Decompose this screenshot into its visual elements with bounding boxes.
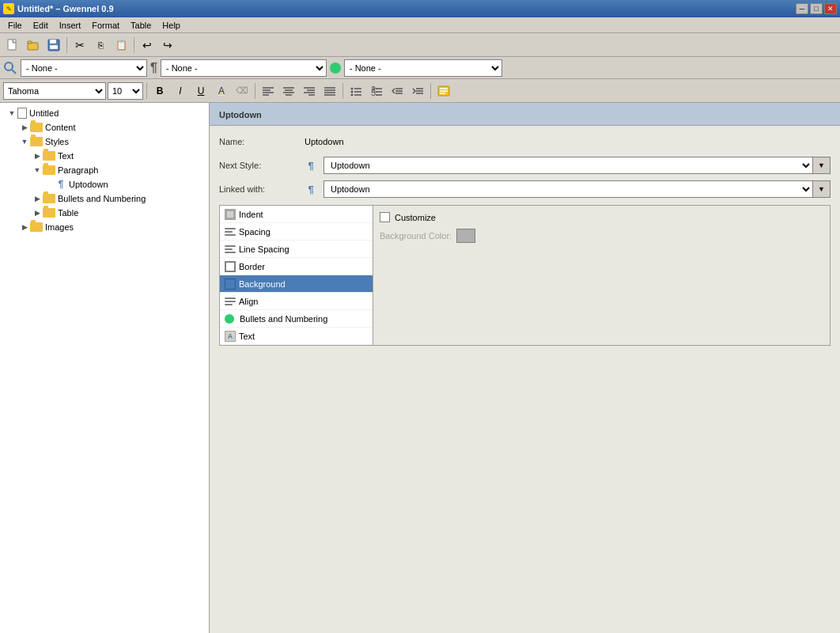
doc-icon-untitled xyxy=(17,108,27,119)
indent-symbol-icon xyxy=(225,210,235,219)
tree-item-uptodown[interactable]: ¶ Uptodown xyxy=(3,177,206,191)
svg-rect-46 xyxy=(226,210,234,218)
tree-item-text[interactable]: ▶ Text xyxy=(3,149,206,163)
spacing-line-1 xyxy=(225,228,236,229)
text-list-icon: A xyxy=(225,331,236,342)
props-item-text-label: Text xyxy=(239,332,255,341)
tree-label-bullets: Bullets and Numbering xyxy=(58,194,146,203)
tree-item-styles[interactable]: ▼ Styles xyxy=(3,135,206,149)
undo-button[interactable]: ↩ xyxy=(138,36,157,55)
props-item-spacing-label: Spacing xyxy=(239,227,271,237)
italic-button[interactable]: I xyxy=(171,82,190,100)
copy-button[interactable]: ⎘ xyxy=(91,36,110,55)
props-item-align[interactable]: Align xyxy=(220,293,373,310)
linked-with-row: Linked with: ¶ Uptodown ▼ xyxy=(219,180,831,199)
props-item-spacing[interactable]: Spacing xyxy=(220,223,373,241)
maximize-button[interactable]: □ xyxy=(810,3,823,14)
svg-rect-0 xyxy=(8,40,16,50)
props-item-bullets-numbering[interactable]: Bullets and Numbering xyxy=(220,310,373,328)
menu-help[interactable]: Help xyxy=(157,19,185,32)
indent-decrease-button[interactable] xyxy=(388,82,407,100)
tree-item-untitled[interactable]: ▼ Untitled xyxy=(3,106,206,120)
props-item-border[interactable]: Border xyxy=(220,258,373,275)
new-icon xyxy=(6,39,19,51)
format-toolbar: Tahoma 10 B I U A ⌫ xyxy=(0,79,840,103)
props-item-background[interactable]: Background xyxy=(220,275,373,293)
linked-with-select[interactable]: Uptodown xyxy=(324,180,813,198)
save-icon xyxy=(47,39,60,51)
expand-icon-paragraph: ▼ xyxy=(32,166,43,174)
style-dropdown-2[interactable]: - None - xyxy=(161,59,327,77)
extra-format-button[interactable] xyxy=(434,82,453,100)
tree-item-table[interactable]: ▶ Table xyxy=(3,206,206,220)
indent-increase-button[interactable] xyxy=(408,82,427,100)
folder-icon-table xyxy=(43,208,55,218)
open-button[interactable] xyxy=(24,36,43,55)
paste-button[interactable]: 📋 xyxy=(112,36,131,55)
props-item-indent[interactable]: Indent xyxy=(220,206,373,223)
cut-button[interactable]: ✂ xyxy=(70,36,89,55)
next-style-select[interactable]: Uptodown xyxy=(324,157,813,174)
para-mark-icon-1: ¶ xyxy=(150,61,157,75)
green-status-icon xyxy=(330,63,341,74)
content-area: Indent Spacing xyxy=(210,205,840,352)
justify-button[interactable] xyxy=(320,82,339,100)
linked-with-arrow[interactable]: ▼ xyxy=(813,180,831,198)
props-list: Indent Spacing xyxy=(219,205,373,346)
close-button[interactable]: ✕ xyxy=(824,3,837,14)
svg-point-6 xyxy=(5,63,13,70)
props-item-bullets-label: Bullets and Numbering xyxy=(240,314,327,324)
para-icon-uptodown: ¶ xyxy=(55,179,66,190)
menu-file[interactable]: File xyxy=(3,19,27,32)
tree-label-uptodown: Uptodown xyxy=(69,180,108,189)
list-ordered-button[interactable]: 1. 2. 3. xyxy=(367,82,386,100)
next-style-arrow[interactable]: ▼ xyxy=(813,157,831,174)
tree-item-content[interactable]: ▶ Content xyxy=(3,120,206,135)
folder-icon-bullets xyxy=(43,194,55,203)
main-toolbar: ✂ ⎘ 📋 ↩ ↪ xyxy=(0,33,840,57)
menu-table[interactable]: Table xyxy=(126,19,156,32)
menu-format[interactable]: Format xyxy=(87,19,124,32)
align-right-button[interactable] xyxy=(300,82,319,100)
align-center-icon xyxy=(283,86,294,96)
linked-with-label: Linked with: xyxy=(219,184,298,194)
new-button[interactable] xyxy=(3,36,22,55)
align-center-button[interactable] xyxy=(279,82,298,100)
tree-panel: ▼ Untitled ▶ Content ▼ Styles ▶ Text ▼ P… xyxy=(0,103,210,633)
tree-item-paragraph[interactable]: ▼ Paragraph xyxy=(3,163,206,177)
svg-line-7 xyxy=(12,70,16,74)
redo-button[interactable]: ↪ xyxy=(158,36,177,55)
svg-rect-2 xyxy=(28,41,32,44)
props-item-text[interactable]: A Text xyxy=(220,328,373,345)
customize-checkbox[interactable] xyxy=(380,212,390,222)
save-button[interactable] xyxy=(44,36,63,55)
menu-bar: File Edit Insert Format Table Help xyxy=(0,17,840,33)
props-item-indent-label: Indent xyxy=(239,210,263,219)
expand-icon-untitled: ▼ xyxy=(6,109,17,117)
props-item-line-spacing-label: Line Spacing xyxy=(239,244,289,254)
align-left-button[interactable] xyxy=(259,82,278,100)
underline-button[interactable]: U xyxy=(191,82,210,100)
list-unordered-button[interactable] xyxy=(346,82,365,100)
customize-row: Customize xyxy=(380,212,823,222)
bg-color-swatch[interactable] xyxy=(456,229,475,243)
style-dropdown-1[interactable]: - None - xyxy=(21,59,147,77)
tree-item-images[interactable]: ▶ Images xyxy=(3,220,206,234)
props-item-line-spacing[interactable]: Line Spacing xyxy=(220,241,373,258)
minimize-button[interactable]: ─ xyxy=(796,3,808,14)
menu-insert[interactable]: Insert xyxy=(55,19,86,32)
bold-button[interactable]: B xyxy=(150,82,169,100)
line-spacing-icon xyxy=(225,244,236,255)
indent-increase-icon xyxy=(412,86,423,96)
next-style-row: Next Style: ¶ Uptodown ▼ xyxy=(219,156,831,175)
font-size-select[interactable]: 10 xyxy=(108,82,143,100)
spacing-icon xyxy=(225,226,236,237)
style-dropdown-3[interactable]: - None - xyxy=(344,59,502,77)
indent-decrease-icon xyxy=(392,86,403,96)
tree-item-bullets-numbering[interactable]: ▶ Bullets and Numbering xyxy=(3,191,206,206)
align-left-icon xyxy=(263,86,274,96)
menu-edit[interactable]: Edit xyxy=(28,19,53,32)
clear-format-button[interactable]: ⌫ xyxy=(233,82,252,100)
font-family-select[interactable]: Tahoma xyxy=(3,82,106,100)
highlight-button[interactable]: A xyxy=(212,82,231,100)
